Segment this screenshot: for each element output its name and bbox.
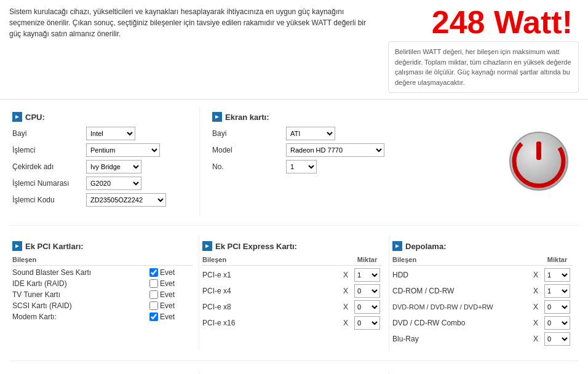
- pci-express-col-miktar: Miktar: [352, 256, 383, 263]
- numara-select[interactable]: G2020: [86, 177, 141, 190]
- gpu-section: ► Ekran kartı: Bayi ATI NVIDIA Model Rad…: [200, 106, 499, 216]
- top-right: 248 Watt! Belirtilen WATT değeri, her bi…: [382, 6, 579, 93]
- dvdrw-miktar: 012: [542, 300, 573, 314]
- watt-description: Belirtilen WATT değeri, her bileşen için…: [388, 41, 579, 93]
- depolama-col-bilesen: Bileşen: [392, 256, 530, 263]
- pci-row-2-name: IDE Kartı (RAID): [12, 279, 149, 288]
- bottom-three-col: ► Harici Aygıtlar: Bileşen Miktar USB X …: [9, 370, 579, 374]
- gpu-bayi-select[interactable]: ATI NVIDIA: [286, 127, 335, 140]
- dvdcombo-x: X: [530, 319, 542, 327]
- cdrw-name: CD-ROM / CD-RW: [392, 287, 530, 295]
- pcie-x4-x: X: [340, 287, 352, 295]
- cekirdek-select[interactable]: Ivy Bridge Sandy Bridge: [86, 160, 141, 173]
- list-item: DVD / CD-RW Combo X 012: [392, 316, 573, 330]
- pci-checkbox-4[interactable]: [149, 301, 158, 310]
- pci-evet-4: Evet: [160, 301, 175, 310]
- pcie-x8-select[interactable]: 012: [354, 300, 380, 314]
- islemci-select[interactable]: Pentium Core i3 Core i5 Core i7: [86, 143, 160, 157]
- pci-label: Ek PCI Kartları:: [25, 242, 84, 251]
- dvdcombo-select[interactable]: 012: [544, 316, 570, 330]
- pci-express-arrow-icon: ►: [202, 241, 212, 251]
- cpu-section: ► CPU: Bayi Intel AMD İşlemci Pentium Co…: [9, 106, 200, 216]
- pcie-x8-name: PCI-e x8: [202, 303, 340, 311]
- gpu-no-row: No. 1 2: [212, 160, 493, 173]
- kod-select[interactable]: ZD23505OZ2242: [86, 193, 166, 207]
- list-item: Modem Kartı: Evet: [12, 312, 193, 321]
- pci-evet-3: Evet: [160, 290, 175, 299]
- cekirdek-label: Çekirdek adı: [12, 162, 86, 171]
- page-wrapper: Sistem kurulacağı cihazı, yükselticileri…: [0, 0, 588, 374]
- pci-evet-2: Evet: [160, 279, 175, 288]
- cpu-arrow-icon: ►: [12, 112, 22, 122]
- pci-checkbox-1[interactable]: [149, 268, 158, 277]
- gpu-header: ► Ekran kartı:: [212, 112, 493, 122]
- pci-express-label: Ek PCI Express Kartı:: [215, 242, 297, 251]
- pci-express-col-bilesen: Bileşen: [202, 256, 340, 263]
- dvdrw-x: X: [530, 303, 542, 311]
- harici-section: ► Harici Aygıtlar: Bileşen Miktar USB X …: [9, 370, 199, 374]
- pcie-x4-select[interactable]: 012: [354, 284, 380, 298]
- dvdrw-name: DVD-ROM / DVD-RW / DVD+RW: [392, 303, 530, 311]
- pci-row-1-check: Evet: [149, 268, 193, 277]
- gpu-model-select[interactable]: Radeon HD 7770: [286, 143, 384, 157]
- depolama-col-miktar: Miktar: [542, 256, 573, 263]
- list-item: IDE Kartı (RAID) Evet: [12, 279, 193, 288]
- depolama-label: Depolama:: [405, 242, 446, 251]
- pcie-x4-miktar: 012: [352, 284, 383, 298]
- list-item: SCSI Kartı (RAID) Evet: [12, 301, 193, 310]
- pcie-x1-select[interactable]: 102: [354, 268, 380, 282]
- pci-checkbox-5[interactable]: [149, 312, 158, 321]
- pcie-x8-x: X: [340, 303, 352, 311]
- hdd-select[interactable]: 102: [544, 268, 570, 282]
- gpu-label: Ekran kartı:: [225, 113, 269, 122]
- pcie-x16-miktar: 012: [352, 316, 383, 330]
- pci-row-3-name: TV Tuner Kartı: [12, 290, 149, 299]
- cdrw-select[interactable]: 102: [544, 284, 570, 298]
- power-icon: [508, 130, 570, 192]
- pci-evet-5: Evet: [160, 312, 175, 321]
- dvdrw-select[interactable]: 012: [544, 300, 570, 314]
- bluray-miktar: 012: [542, 332, 573, 346]
- gpu-model-label: Model: [212, 146, 286, 154]
- cpu-gpu-row: ► CPU: Bayi Intel AMD İşlemci Pentium Co…: [9, 106, 579, 226]
- numara-label: İşlemci Numarası: [12, 179, 86, 188]
- cekirdek-row: Çekirdek adı Ivy Bridge Sandy Bridge: [12, 160, 193, 173]
- list-item: Blu-Ray X 012: [392, 332, 573, 346]
- pcie-x16-name: PCI-e x16: [202, 319, 340, 327]
- gpu-no-select[interactable]: 1 2: [286, 160, 317, 173]
- cdrw-x: X: [530, 287, 542, 295]
- gpu-no-label: No.: [212, 162, 286, 171]
- hdd-x: X: [530, 271, 542, 279]
- pci-row-5-name: Modem Kartı:: [12, 312, 149, 321]
- pci-row-2-check: Evet: [149, 279, 193, 288]
- pci-checkbox-2[interactable]: [149, 279, 158, 288]
- description-text: Sistem kurulacağı cihazı, yükselticileri…: [9, 7, 366, 38]
- pci-express-header: ► Ek PCI Express Kartı:: [202, 241, 383, 251]
- pci-checkbox-3[interactable]: [149, 290, 158, 299]
- bayi-select[interactable]: Intel AMD: [86, 127, 135, 140]
- pci-header: ► Ek PCI Kartları:: [12, 241, 193, 251]
- pci-row-4-check: Evet: [149, 301, 193, 310]
- dvdcombo-name: DVD / CD-RW Combo: [392, 319, 530, 327]
- pci-section: ► Ek PCI Kartları: Bileşen Sound Blaster…: [9, 235, 199, 351]
- cdrw-miktar: 102: [542, 284, 573, 298]
- list-item: DVD-ROM / DVD-RW / DVD+RW X 012: [392, 300, 573, 314]
- pcie-x1-miktar: 102: [352, 268, 383, 282]
- list-item: PCI-e x8 X 012: [202, 300, 383, 314]
- depolama-section: ► Depolama: Bileşen Miktar HDD X 102: [389, 235, 579, 351]
- gpu-bayi-row: Bayi ATI NVIDIA: [212, 127, 493, 140]
- bluray-select[interactable]: 012: [544, 332, 570, 346]
- watt-value: 248 Watt!: [432, 6, 579, 38]
- hdd-name: HDD: [392, 271, 530, 279]
- depolama-arrow-icon: ►: [392, 241, 402, 251]
- gpu-bayi-label: Bayi: [212, 129, 286, 138]
- pcie-x16-select[interactable]: 012: [354, 316, 380, 330]
- kod-row: İşlemci Kodu ZD23505OZ2242: [12, 193, 193, 207]
- top-description: Sistem kurulacağı cihazı, yükselticileri…: [9, 6, 382, 93]
- pci-express-section: ► Ek PCI Express Kartı: Bileşen Miktar P…: [199, 235, 389, 351]
- list-item: HDD X 102: [392, 268, 573, 282]
- pcie-x1-name: PCI-e x1: [202, 271, 340, 279]
- pci-row-4-name: SCSI Kartı (RAID): [12, 301, 149, 310]
- list-item: CD-ROM / CD-RW X 102: [392, 284, 573, 298]
- svg-rect-2: [536, 141, 541, 160]
